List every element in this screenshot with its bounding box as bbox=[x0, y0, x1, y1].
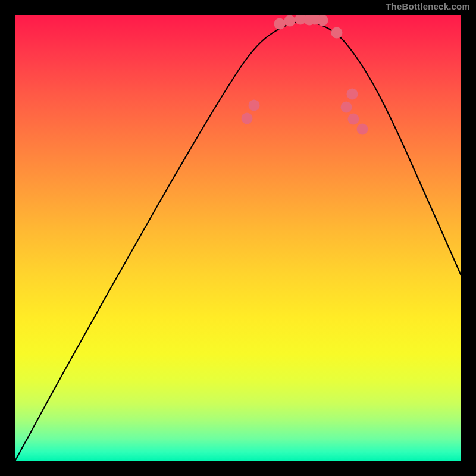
marker-dot bbox=[341, 102, 352, 113]
marker-dot bbox=[348, 114, 359, 125]
chart-area bbox=[15, 15, 461, 461]
marker-dots-group bbox=[242, 15, 368, 135]
marker-dot bbox=[274, 18, 286, 30]
marker-dot bbox=[317, 15, 328, 26]
marker-dot bbox=[284, 15, 296, 27]
marker-dot bbox=[242, 113, 253, 124]
watermark: TheBottleneck.com bbox=[386, 1, 470, 11]
marker-dot bbox=[249, 100, 260, 111]
marker-dot bbox=[347, 89, 358, 100]
marker-dot bbox=[357, 124, 368, 135]
chart-svg bbox=[15, 15, 461, 461]
marker-dot bbox=[331, 27, 343, 39]
v-curve bbox=[15, 21, 461, 461]
